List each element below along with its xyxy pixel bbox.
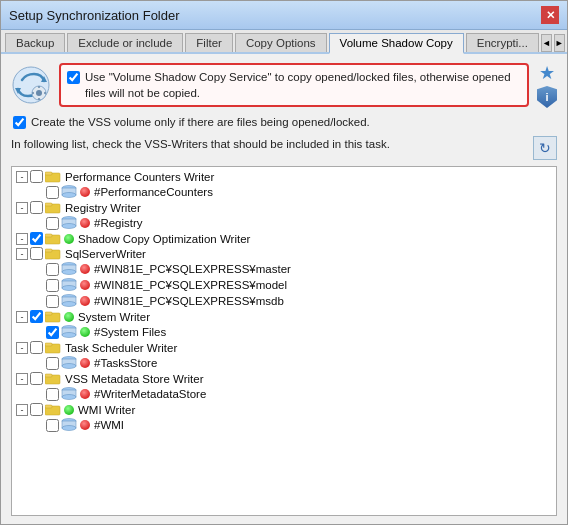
tab-volume-shadow[interactable]: Volume Shadow Copy <box>329 33 464 54</box>
red-status-dot <box>80 280 90 290</box>
tab-backup[interactable]: Backup <box>5 33 65 52</box>
svg-point-28 <box>62 286 76 291</box>
tree-checkbox[interactable] <box>30 372 43 385</box>
tab-nav-next[interactable]: ► <box>554 34 565 52</box>
tree-checkbox[interactable] <box>46 357 59 370</box>
svg-rect-15 <box>45 203 52 206</box>
tree-expand-btn[interactable]: - <box>16 248 28 260</box>
shield-icon: i <box>537 86 557 108</box>
tab-nav-prev[interactable]: ◄ <box>541 34 552 52</box>
tree-item: #WMI <box>12 417 556 433</box>
content-area: Use "Volume Shadow Copy Service" to copy… <box>1 54 567 524</box>
tab-exclude[interactable]: Exclude or include <box>67 33 183 52</box>
tree-checkbox[interactable] <box>46 295 59 308</box>
icon-group: ★ i <box>537 62 557 108</box>
tab-copy-options[interactable]: Copy Options <box>235 33 327 52</box>
red-status-dot <box>80 264 90 274</box>
tree-item: - Registry Writer <box>12 200 556 215</box>
tab-bar: Backup Exclude or include Filter Copy Op… <box>1 30 567 54</box>
info-text: In following list, check the VSS-Writers… <box>11 136 390 152</box>
tree-item: - Task Scheduler Writer <box>12 340 556 355</box>
tree-expand-btn[interactable]: - <box>16 233 28 245</box>
tree-item-label: SqlServerWriter <box>65 248 146 260</box>
tree-expand-btn[interactable]: - <box>16 342 28 354</box>
folder-icon <box>45 247 61 260</box>
tree-checkbox[interactable] <box>30 201 43 214</box>
tree-checkbox[interactable] <box>30 170 43 183</box>
svg-point-13 <box>62 193 76 198</box>
main-window: Setup Synchronization Folder ✕ Backup Ex… <box>0 0 568 525</box>
tree-checkbox[interactable] <box>46 217 59 230</box>
tree-item: - VSS Metadata Store Writer <box>12 371 556 386</box>
close-button[interactable]: ✕ <box>541 6 559 24</box>
tree-item-label: #WIN81E_PC¥SQLEXPRESS¥msdb <box>94 295 284 307</box>
tree-expand-btn[interactable]: - <box>16 373 28 385</box>
tree-item-label: VSS Metadata Store Writer <box>65 373 203 385</box>
tree-item-label: Shadow Copy Optimization Writer <box>78 233 250 245</box>
tab-encrypt[interactable]: Encrypti... <box>466 33 539 52</box>
green-status-dot <box>64 312 74 322</box>
tree-checkbox[interactable] <box>46 419 59 432</box>
red-status-dot <box>80 218 90 228</box>
tree-checkbox[interactable] <box>30 232 43 245</box>
vss-checkbox[interactable] <box>67 71 80 84</box>
database-icon <box>61 356 77 370</box>
tree-checkbox[interactable] <box>46 279 59 292</box>
tree-checkbox[interactable] <box>30 341 43 354</box>
tree-container[interactable]: - Performance Counters Writer #Performan… <box>11 166 557 516</box>
vss-checkbox-label: Use "Volume Shadow Copy Service" to copy… <box>85 69 521 101</box>
folder-icon <box>45 310 61 323</box>
svg-rect-38 <box>45 343 52 346</box>
tree-item: - Shadow Copy Optimization Writer <box>12 231 556 246</box>
tab-filter[interactable]: Filter <box>185 33 233 52</box>
svg-point-31 <box>62 302 76 307</box>
database-icon <box>61 278 77 292</box>
info-row: In following list, check the VSS-Writers… <box>11 136 557 160</box>
vss-only-checkbox[interactable] <box>13 116 26 129</box>
red-status-dot <box>80 389 90 399</box>
refresh-button[interactable]: ↻ <box>533 136 557 160</box>
tree-checkbox[interactable] <box>30 310 43 323</box>
tree-item: - Performance Counters Writer <box>12 169 556 184</box>
tree-expand-btn[interactable]: - <box>16 311 28 323</box>
window-title: Setup Synchronization Folder <box>9 8 180 23</box>
folder-icon <box>45 372 61 385</box>
tree-item-label: #WriterMetadataStore <box>94 388 206 400</box>
tree-item-label: #WMI <box>94 419 124 431</box>
tree-item-label: #WIN81E_PC¥SQLEXPRESS¥master <box>94 263 291 275</box>
tree-checkbox[interactable] <box>30 247 43 260</box>
star-icon: ★ <box>539 62 555 84</box>
svg-rect-48 <box>45 405 52 408</box>
red-status-dot <box>80 420 90 430</box>
tree-item-label: WMI Writer <box>78 404 135 416</box>
svg-point-46 <box>62 395 76 400</box>
tree-expand-btn[interactable]: - <box>16 171 28 183</box>
tree-checkbox[interactable] <box>30 403 43 416</box>
vss-only-row: Create the VSS volume only if there are … <box>11 114 557 130</box>
tree-expand-btn[interactable]: - <box>16 404 28 416</box>
tree-item-label: Task Scheduler Writer <box>65 342 177 354</box>
tree-expand-btn[interactable]: - <box>16 202 28 214</box>
tree-checkbox[interactable] <box>46 388 59 401</box>
tree-item-label: Performance Counters Writer <box>65 171 214 183</box>
database-icon <box>61 325 77 339</box>
tree-item-label: System Writer <box>78 311 150 323</box>
tree-item-label: Registry Writer <box>65 202 141 214</box>
tree-item: #TasksStore <box>12 355 556 371</box>
database-icon <box>61 262 77 276</box>
vss-checkbox-row: Use "Volume Shadow Copy Service" to copy… <box>67 69 521 101</box>
tree-checkbox[interactable] <box>46 186 59 199</box>
tree-item-label: #PerformanceCounters <box>94 186 213 198</box>
green-status-dot <box>64 405 74 415</box>
tree-checkbox[interactable] <box>46 263 59 276</box>
svg-point-25 <box>62 270 76 275</box>
tree-item-label: #Registry <box>94 217 143 229</box>
green-status-dot <box>64 234 74 244</box>
tree-checkbox[interactable] <box>46 326 59 339</box>
svg-point-51 <box>62 426 76 431</box>
folder-icon <box>45 341 61 354</box>
tree-item: #System Files <box>12 324 556 340</box>
vss-checkbox-container: Use "Volume Shadow Copy Service" to copy… <box>59 63 529 107</box>
tree-item: - SqlServerWriter <box>12 246 556 261</box>
red-status-dot <box>80 358 90 368</box>
